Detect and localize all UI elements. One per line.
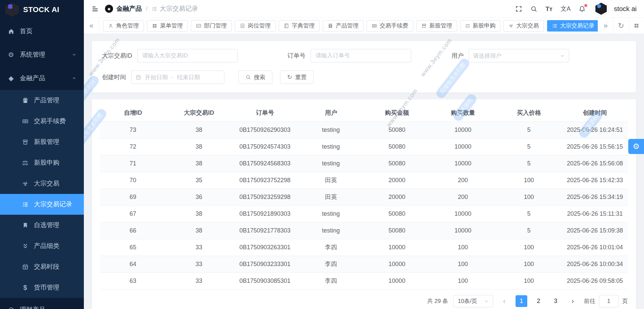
date-range-input[interactable]: 开始日期 - 结束日期 bbox=[131, 70, 224, 84]
page-button-3[interactable]: 3 bbox=[550, 295, 561, 307]
start-date-placeholder: 开始日期 bbox=[145, 73, 168, 81]
table-cell: 63 bbox=[100, 272, 166, 289]
page-button-1[interactable]: 1 bbox=[516, 295, 527, 307]
filter-user: 用户 请选择用户 bbox=[451, 49, 569, 62]
fullscreen-icon[interactable] bbox=[515, 5, 522, 12]
sidebar-item-financial-products[interactable]: ◆ 金融产品 bbox=[0, 66, 84, 90]
sidebar-item-block-trade[interactable]: ☣ 大宗交易 bbox=[0, 173, 84, 194]
reset-button[interactable]: ↻ 重置 bbox=[280, 70, 314, 84]
sidebar-item-currency-management[interactable]: $ 货币管理 bbox=[0, 277, 84, 298]
table-cell: 0B1750903263301 bbox=[232, 239, 298, 256]
order-no-input[interactable] bbox=[311, 49, 411, 62]
sidebar-item-label: 大宗交易记录 bbox=[34, 200, 72, 209]
sidebar-item-ipo-subscription[interactable]: ⚖ 新股申购 bbox=[0, 152, 84, 173]
table-header-row: 自增ID 大宗交易ID 订单号 用户 购买金额 购买数量 买入价格 创建时间 bbox=[100, 104, 628, 121]
search-icon[interactable] bbox=[530, 5, 537, 12]
table-cell: 2025-06-26 15:56:15 bbox=[562, 138, 628, 155]
translate-icon[interactable]: 文A bbox=[560, 6, 571, 12]
idcard-icon bbox=[196, 23, 201, 29]
tab-product-management[interactable]: 产品管理 bbox=[323, 20, 364, 32]
tabs-scroll-right-icon[interactable]: » bbox=[598, 18, 613, 34]
sidebar-item-block-trade-records[interactable]: 大宗交易记录 bbox=[0, 194, 84, 215]
sidebar-submenu: 产品管理 交易手续费 新股管理 ⚖ 新股申购 ☣ 大宗交易 大宗交易记录 bbox=[0, 90, 84, 298]
font-size-icon[interactable]: Tт bbox=[545, 6, 552, 12]
column-header: 自增ID bbox=[100, 104, 166, 121]
sidebar-item-home[interactable]: 首页 bbox=[0, 19, 84, 43]
page-button-2[interactable]: 2 bbox=[533, 295, 544, 307]
notification-icon[interactable] bbox=[579, 5, 586, 12]
sidebar-item-label: 大宗交易 bbox=[34, 179, 59, 188]
block-trade-id-input[interactable] bbox=[137, 49, 238, 62]
table-cell: 20000 bbox=[364, 189, 430, 205]
avatar[interactable] bbox=[594, 1, 608, 16]
table-cell: 0B1750921890303 bbox=[232, 205, 298, 222]
table-cell: 200 bbox=[430, 172, 496, 189]
table-cell: 100 bbox=[496, 272, 562, 289]
page-size-select[interactable]: 10条/页 bbox=[453, 295, 493, 307]
settings-fab[interactable]: ⚙ bbox=[628, 139, 644, 154]
goto-page-input[interactable] bbox=[599, 295, 619, 307]
tab-post-management[interactable]: 岗位管理 bbox=[235, 20, 276, 32]
sidebar-item-trading-session[interactable]: 交易时段 bbox=[0, 256, 84, 277]
tabbar: « 角色管理 菜单管理 部门管理 岗位管理 字典管理 产品管理 bbox=[84, 17, 644, 34]
tabs-layout-icon[interactable] bbox=[629, 18, 644, 34]
table-cell: 2025-06-26 10:01:04 bbox=[562, 239, 628, 256]
app-logo: STOCK AI bbox=[0, 0, 84, 19]
prev-page-button[interactable]: ‹ bbox=[498, 295, 510, 307]
table-cell: 0B1750923752298 bbox=[232, 172, 298, 189]
sidebar-item-new-stock-management[interactable]: 新股管理 bbox=[0, 132, 84, 152]
tab-trade-fee[interactable]: 交易手续费 bbox=[367, 20, 413, 32]
user-select[interactable]: 请选择用户 bbox=[469, 49, 569, 62]
table-cell: 50080 bbox=[364, 138, 430, 155]
sidebar-item-label: 交易时段 bbox=[34, 262, 59, 271]
chevrons-down-icon bbox=[21, 243, 29, 249]
sidebar-item-product-subcategory[interactable]: 产品细类 bbox=[0, 236, 84, 256]
column-header: 创建时间 bbox=[562, 104, 628, 121]
logo-text: STOCK AI bbox=[23, 5, 59, 14]
table-cell: 72 bbox=[100, 138, 166, 155]
tab-menu-management[interactable]: 菜单管理 bbox=[147, 20, 188, 32]
table-cell: 田英 bbox=[298, 189, 364, 205]
sidebar-item-label: 货币管理 bbox=[34, 283, 59, 292]
column-header: 购买金额 bbox=[364, 104, 430, 121]
gift-icon bbox=[328, 23, 333, 29]
sidebar-item-wealth-products[interactable]: 理财产品 bbox=[0, 298, 84, 309]
table-cell: 2025-06-26 15:09:38 bbox=[562, 222, 628, 239]
tab-role-management[interactable]: 角色管理 bbox=[103, 20, 144, 32]
tab-department-management[interactable]: 部门管理 bbox=[191, 20, 232, 32]
date-separator: - bbox=[171, 74, 173, 81]
sidebar-item-watchlist-management[interactable]: 自选管理 bbox=[0, 215, 84, 236]
next-page-button[interactable]: › bbox=[567, 295, 579, 307]
refresh-icon[interactable]: ↻ bbox=[613, 18, 629, 34]
table-row: 66380B1750921778303testing50080100005202… bbox=[100, 222, 628, 239]
table-cell: 2025-06-26 15:34:19 bbox=[562, 189, 628, 205]
tab-block-trade[interactable]: ☣大宗交易 bbox=[503, 20, 544, 32]
dollar-icon: $ bbox=[21, 284, 29, 291]
breadcrumb-item-financial-products[interactable]: 金融产品 bbox=[116, 4, 142, 13]
sidebar-item-system-management[interactable]: ⚙ 系统管理 bbox=[0, 43, 84, 66]
tabs-scroll-left-icon[interactable]: « bbox=[84, 18, 99, 34]
tab-ipo-subscription[interactable]: ⚖新股申购 bbox=[460, 20, 500, 32]
table-cell: 5 bbox=[496, 138, 562, 155]
table-cell: 100 bbox=[430, 272, 496, 289]
tab-block-trade-records[interactable]: 大宗交易记录 bbox=[547, 20, 598, 32]
tab-new-stock-management[interactable]: 新股管理 bbox=[416, 20, 457, 32]
book-icon bbox=[284, 23, 289, 29]
tab-dictionary-management[interactable]: 字典管理 bbox=[279, 20, 320, 32]
search-button[interactable]: 搜索 bbox=[238, 70, 272, 84]
table-cell: 李四 bbox=[298, 239, 364, 256]
table-cell: testing bbox=[298, 155, 364, 172]
table-cell: 0B1750923259298 bbox=[232, 189, 298, 205]
table-cell: 69 bbox=[100, 189, 166, 205]
user-name[interactable]: stock ai bbox=[614, 5, 637, 13]
person-icon bbox=[108, 23, 113, 29]
sidebar-collapse-icon[interactable] bbox=[91, 5, 99, 13]
sidebar-item-product-management[interactable]: 产品管理 bbox=[0, 90, 84, 111]
app-window: STOCK AI 首页 ⚙ 系统管理 ◆ 金融产品 产品管理 交易手续费 bbox=[0, 0, 644, 309]
table-row: 70350B1750923752298田英200002001002025-06-… bbox=[100, 172, 628, 189]
table-cell: 73 bbox=[100, 121, 166, 138]
table-cell: 100 bbox=[430, 239, 496, 256]
sidebar-item-label: 首页 bbox=[20, 27, 33, 36]
filter-label: 大宗交易ID bbox=[102, 52, 132, 60]
sidebar-item-trade-fee[interactable]: 交易手续费 bbox=[0, 111, 84, 132]
